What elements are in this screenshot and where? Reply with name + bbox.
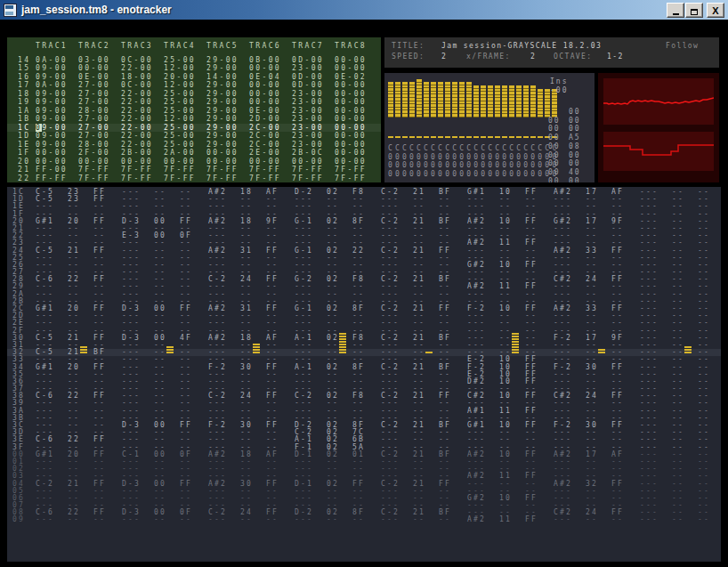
order-cell[interactable]: 0E-00 <box>249 107 281 116</box>
order-cell[interactable]: 00-00 <box>78 158 110 166</box>
order-cell[interactable]: 28-00 <box>78 141 110 150</box>
order-cell[interactable]: 0D-00 <box>292 81 324 90</box>
order-cell[interactable]: 2C-00 <box>249 141 281 150</box>
order-cell[interactable]: 00-00 <box>335 81 367 90</box>
order-row[interactable]: 1509-0000-0022-0012-0029-0000-0023-0000-… <box>7 64 381 73</box>
order-cell[interactable]: 27-00 <box>78 81 110 90</box>
order-row[interactable]: 1B09-0027-0022-0012-0029-002D-0023-0000-… <box>7 115 381 124</box>
order-cell[interactable]: 22-00 <box>121 132 153 141</box>
order-cell[interactable]: 25-00 <box>164 98 196 107</box>
order-row[interactable]: 170A-0027-000C-0012-0029-0000-000D-0000-… <box>7 81 381 90</box>
order-cell[interactable]: 09-00 <box>36 64 68 73</box>
order-cell[interactable]: 00-00 <box>335 115 367 124</box>
order-row[interactable]: 1E09-0028-0022-0025-0029-002C-0023-0000-… <box>7 141 381 150</box>
order-cell[interactable]: 00-00 <box>249 81 281 90</box>
order-cell[interactable]: 20-00 <box>164 73 196 82</box>
order-cell[interactable]: 00-00 <box>335 90 367 99</box>
order-cell[interactable]: 09-00 <box>36 107 68 116</box>
order-cell[interactable]: 00-00 <box>249 64 281 73</box>
order-cell[interactable]: 00-00 <box>335 132 367 141</box>
maximize-button[interactable] <box>685 3 703 18</box>
order-cell[interactable]: 00-00 <box>206 158 239 166</box>
order-cell[interactable]: 7F-FF <box>78 174 110 183</box>
order-cell[interactable]: 0C-00 <box>121 81 153 90</box>
order-cell[interactable]: 23-00 <box>292 64 324 73</box>
order-cell[interactable]: 00-00 <box>335 124 367 133</box>
order-cell[interactable]: 29-00 <box>206 124 239 133</box>
order-cell[interactable]: 29-00 <box>206 56 239 65</box>
order-cell[interactable]: 29-00 <box>206 81 239 90</box>
order-cell[interactable]: 29-00 <box>206 141 239 150</box>
order-cell[interactable]: 0E-04 <box>249 73 281 82</box>
order-cell[interactable]: 29-00 <box>206 64 239 73</box>
order-cell[interactable]: 00-00 <box>335 107 367 116</box>
order-cell[interactable]: 09-00 <box>36 73 68 82</box>
order-cell[interactable]: 7F-FF <box>335 166 367 174</box>
order-cell[interactable]: 22-00 <box>121 141 153 150</box>
order-cell[interactable]: 23-00 <box>292 90 324 99</box>
order-cell[interactable]: 29-00 <box>206 115 239 124</box>
order-cell[interactable]: 27-00 <box>78 124 110 133</box>
order-cell[interactable]: 25-00 <box>164 132 196 141</box>
order-cell[interactable]: 0D-00 <box>292 73 324 82</box>
order-cell[interactable]: 03-00 <box>78 56 110 65</box>
order-row[interactable]: 1A09-0028-0022-0025-0029-000E-0023-0000-… <box>7 107 381 116</box>
order-cell[interactable]: 7F-FF <box>78 166 110 174</box>
order-cell[interactable]: 00-00 <box>335 149 367 158</box>
order-cell[interactable]: 27-00 <box>78 115 110 124</box>
song-title-value[interactable]: Jam session-GRAYSCALE 18.2.03 <box>441 42 602 50</box>
order-cell[interactable]: 29-00 <box>206 98 239 107</box>
order-cell[interactable]: 7F-FF <box>206 166 239 174</box>
order-cell[interactable]: 23-00 <box>292 132 324 141</box>
order-cell[interactable]: 00-00 <box>36 149 68 158</box>
order-cell[interactable]: 29-00 <box>206 132 239 141</box>
order-cell[interactable]: 0A-00 <box>36 56 68 65</box>
order-cell[interactable]: 7F-FF <box>206 174 239 183</box>
order-cell[interactable]: 0C-00 <box>121 56 153 65</box>
order-cell[interactable]: 22-00 <box>121 90 153 99</box>
order-cell[interactable]: 27-00 <box>78 90 110 99</box>
order-cell[interactable]: 7F-FF <box>292 174 324 183</box>
order-cell[interactable]: 0E-00 <box>78 73 110 82</box>
order-cell[interactable]: 7F-FF <box>164 166 196 174</box>
order-cell[interactable]: 22-00 <box>121 107 153 116</box>
order-cell[interactable]: 7F-FF <box>121 166 153 174</box>
order-cell[interactable]: 09-00 <box>36 124 68 133</box>
order-cell[interactable]: 00-00 <box>249 158 281 166</box>
order-row[interactable]: 140A-0003-000C-0025-0029-000B-000D-0000-… <box>7 56 381 65</box>
order-cell[interactable]: 0E-02 <box>335 73 367 82</box>
close-button[interactable]: X <box>707 3 724 18</box>
order-cell[interactable]: 23-00 <box>292 98 324 107</box>
order-cell[interactable]: 00-00 <box>292 158 324 166</box>
order-cell[interactable]: 23-00 <box>292 124 324 133</box>
order-cell[interactable]: 09-00 <box>36 132 68 141</box>
order-cell[interactable]: 27-00 <box>78 98 110 107</box>
order-cell[interactable]: 0A-00 <box>36 81 68 90</box>
order-cell[interactable]: 09-00 <box>36 141 68 150</box>
order-cell[interactable]: 7F-FF <box>292 166 324 174</box>
order-cell[interactable]: 22-00 <box>121 64 153 73</box>
order-cell[interactable]: FF-FF <box>36 174 68 183</box>
order-cell[interactable]: 2A-00 <box>164 149 196 158</box>
order-cell[interactable]: 2F-00 <box>78 149 110 158</box>
order-cell[interactable]: 2C-00 <box>249 132 281 141</box>
speed-value[interactable]: 2 <box>441 53 447 61</box>
order-cell[interactable]: 22-00 <box>121 124 153 133</box>
order-cell[interactable]: 25-00 <box>164 90 196 99</box>
instrument-number[interactable]: -00 <box>550 86 568 94</box>
order-cell[interactable]: 09-00 <box>36 98 68 107</box>
order-cell[interactable]: 29-00 <box>206 90 239 99</box>
order-cell[interactable]: 12-00 <box>164 81 196 90</box>
order-cell[interactable]: 25-00 <box>164 107 196 116</box>
order-row[interactable]: 1F00-002F-002B-002A-0000-002E-002B-0C00-… <box>7 149 381 158</box>
order-cell[interactable]: 25-00 <box>164 56 196 65</box>
order-cell[interactable]: 00-00 <box>164 158 196 166</box>
order-cell[interactable]: 22-00 <box>121 98 153 107</box>
order-cell[interactable]: 0B-00 <box>249 56 281 65</box>
minimize-button[interactable] <box>667 3 684 18</box>
order-row[interactable]: 1D09-0027-0022-0025-0029-002C-0023-0000-… <box>7 132 381 141</box>
order-cell[interactable]: 00-00 <box>335 56 367 65</box>
order-cell[interactable]: 23-00 <box>292 115 324 124</box>
order-cell[interactable]: 27-00 <box>78 132 110 141</box>
order-cell[interactable]: 09-00 <box>36 115 68 124</box>
